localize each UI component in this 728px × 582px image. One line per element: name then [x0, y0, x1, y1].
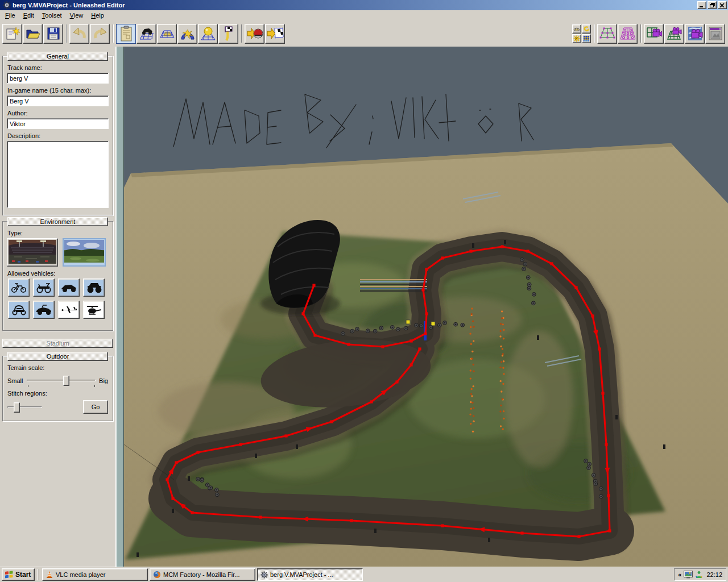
scene-svg — [124, 47, 728, 567]
slider-groove — [7, 406, 42, 408]
start-button[interactable]: Start — [2, 568, 35, 581]
gear-settings-tool-button[interactable] — [572, 34, 581, 43]
terrain-scale-slider[interactable] — [27, 375, 96, 386]
start-pad — [431, 322, 435, 326]
environment-type-row — [7, 238, 109, 267]
terrain-mask-tool-button[interactable] — [572, 24, 581, 34]
ingame-name-input[interactable] — [7, 95, 109, 106]
tunnel-tool-button[interactable] — [177, 24, 197, 44]
go-button[interactable]: Go — [83, 400, 108, 414]
tool-cluster — [572, 24, 592, 44]
stadium-type-thumbnail[interactable] — [7, 238, 58, 267]
task-unleashed-editor[interactable]: berg V.MVAProject - ... — [257, 568, 363, 581]
terrain-scale-thumb[interactable] — [63, 376, 69, 386]
task-label: VLC media player — [56, 571, 105, 578]
vehicle-go-kart-toggle[interactable] — [8, 301, 30, 319]
start-pad — [406, 320, 410, 324]
outdoor-header[interactable]: Outdoor — [7, 352, 108, 361]
allowed-vehicles-grid — [8, 278, 109, 319]
camera-grid-tool-button[interactable] — [644, 24, 664, 44]
tray-collapse-chevron[interactable]: « — [678, 571, 681, 578]
slider-groove — [27, 380, 96, 381]
outdoor-type-thumbnail[interactable] — [63, 238, 106, 267]
toolbar-separator — [113, 24, 114, 43]
environment-header[interactable]: Environment — [7, 217, 108, 226]
task-label: berg V.MVAProject - ... — [270, 571, 333, 578]
minimize-button[interactable] — [697, 1, 706, 9]
restore-button[interactable] — [708, 1, 717, 9]
vehicle-baja-buggy-toggle[interactable] — [33, 301, 55, 319]
close-button[interactable] — [718, 1, 727, 9]
camera-path-tool-button[interactable] — [664, 24, 684, 44]
author-label: Author: — [7, 110, 108, 117]
window-title: berg V.MVAProject - Unleashed Editor — [13, 2, 696, 9]
description-textarea[interactable] — [7, 141, 109, 208]
firefox-icon — [153, 571, 161, 579]
author-input[interactable] — [7, 118, 109, 129]
menu-file[interactable]: File — [1, 11, 19, 20]
menu-help[interactable]: Help — [87, 11, 108, 20]
mesh-tool-button[interactable] — [618, 24, 638, 44]
panel-splitter[interactable] — [116, 47, 124, 567]
viewport-3d[interactable]: MADE BY: VIKTOR — [124, 47, 728, 567]
vehicle-dirtbike-toggle[interactable] — [8, 278, 30, 297]
description-label: Description: — [7, 132, 108, 139]
app-gear-icon — [3, 1, 11, 9]
sky-sphere-tool-button[interactable] — [198, 24, 218, 44]
gear-icon — [260, 571, 268, 579]
menu-bar: File Edit Toolset View Help — [0, 10, 728, 22]
grid-points-tool-button[interactable] — [597, 24, 617, 44]
allowed-vehicles-label: Allowed vehicles: — [7, 270, 108, 277]
vehicle-atv-toggle[interactable] — [33, 278, 55, 297]
general-header[interactable]: General — [7, 52, 108, 61]
track-info-tool-button[interactable] — [116, 24, 136, 44]
checkpoint-flag-tool-button[interactable] — [218, 24, 238, 44]
vehicle-airplane-toggle[interactable] — [58, 301, 80, 319]
redo-button[interactable] — [90, 24, 110, 44]
menu-view[interactable]: View — [66, 11, 88, 20]
title-bar: berg V.MVAProject - Unleashed Editor — [0, 0, 728, 10]
stitch-regions-slider[interactable] — [7, 401, 42, 413]
vehicle-helicopter-toggle[interactable] — [83, 301, 105, 319]
start-label: Start — [15, 571, 31, 579]
system-tray: « 22:12 — [674, 568, 726, 581]
vlc-cone-icon — [46, 571, 53, 579]
save-project-button[interactable] — [43, 24, 63, 44]
display-icon[interactable] — [684, 571, 693, 579]
toolbar-separator — [241, 24, 242, 43]
toolbar-separator — [66, 24, 67, 43]
slider-tick — [28, 385, 28, 387]
stitch-regions-label: Stitch regions: — [7, 390, 108, 397]
terrain-scale-min-label: Small — [7, 377, 23, 384]
vehicle-truggy-toggle[interactable] — [58, 278, 80, 297]
stadium-section-header: Stadium — [2, 339, 113, 348]
menu-edit[interactable]: Edit — [19, 11, 38, 20]
test-ride-button[interactable] — [245, 24, 264, 44]
task-vlc[interactable]: VLC media player — [42, 568, 148, 581]
undo-button[interactable] — [69, 24, 89, 44]
ingame-name-label: In-game name (15 char. max): — [7, 87, 108, 94]
camera-sky-tool-button[interactable] — [685, 24, 705, 44]
terrain-tool-button[interactable] — [157, 24, 177, 44]
terrain-scale-row: Small Big — [7, 375, 108, 386]
screenshot-tool-button[interactable] — [705, 24, 725, 44]
menu-toolset[interactable]: Toolset — [38, 11, 66, 20]
messenger-person-icon[interactable] — [695, 571, 703, 579]
side-panel: General Track name: In-game name (15 cha… — [0, 47, 116, 567]
terrain-scale-label: Terrain scale: — [7, 364, 108, 371]
lasso-tool-button[interactable] — [582, 24, 591, 34]
terrain-scale-max-label: Big — [99, 377, 108, 384]
vehicle-tool-button[interactable] — [136, 24, 156, 44]
open-project-button[interactable] — [23, 24, 43, 44]
stands-tool-button[interactable] — [582, 34, 591, 43]
windows-logo-icon — [5, 571, 14, 579]
task-firefox[interactable]: MCM Factory - Mozilla Fir... — [150, 568, 255, 581]
taskbar-divider — [38, 569, 39, 580]
track-name-input[interactable] — [7, 73, 109, 84]
new-project-button[interactable] — [2, 24, 22, 44]
toolbar-separator — [594, 24, 595, 43]
test-race-button[interactable] — [265, 24, 285, 44]
task-label: MCM Factory - Mozilla Fir... — [163, 571, 239, 578]
vehicle-monster-truck-toggle[interactable] — [83, 278, 105, 297]
stitch-regions-thumb[interactable] — [14, 402, 20, 413]
